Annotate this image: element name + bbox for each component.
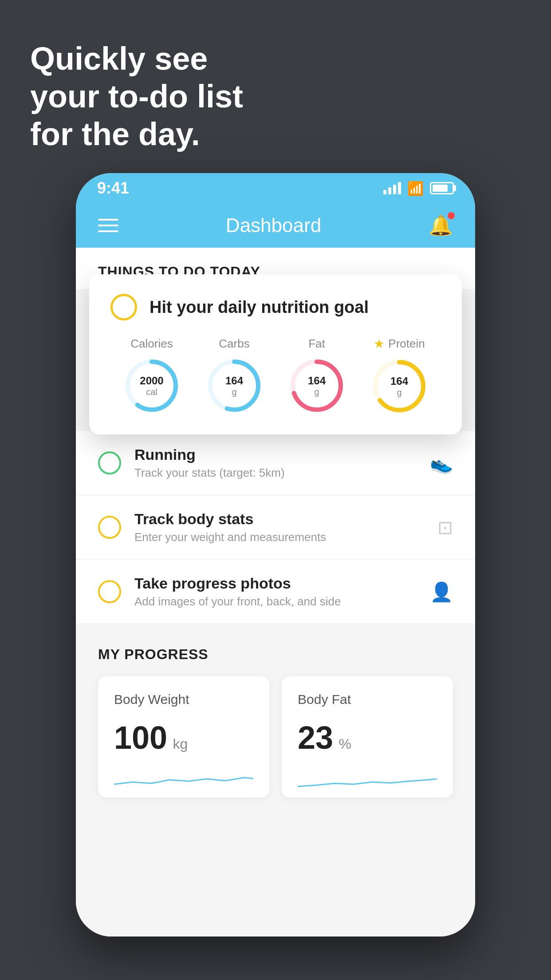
nutrition-check-circle [110, 294, 137, 320]
body-weight-unit: kg [173, 736, 188, 752]
calories-label: Calories [130, 337, 173, 351]
stat-protein: ★ Protein 164g [370, 336, 428, 415]
calories-ring: 2000cal [123, 357, 181, 415]
todo-list: Running Track your stats (target: 5km) 👟… [76, 431, 475, 624]
carbs-ring: 164g [205, 357, 263, 415]
fat-value: 164g [308, 375, 326, 397]
todo-circle-running [98, 451, 121, 474]
running-icon: 👟 [430, 452, 453, 474]
headline: Quickly see your to-do list for the day. [30, 40, 243, 153]
scale-icon: ⊡ [437, 517, 453, 538]
body-fat-value-row: 23 % [298, 719, 437, 756]
progress-section-title: MY PROGRESS [98, 646, 453, 663]
todo-text-body-stats: Track body stats Enter your weight and m… [134, 510, 424, 544]
todo-title-body-stats: Track body stats [134, 510, 424, 528]
headline-line2: your to-do list [30, 78, 243, 115]
progress-section: MY PROGRESS Body Weight 100 kg [76, 646, 475, 798]
status-bar: 9:41 📶 [76, 173, 475, 203]
app-header: Dashboard 🔔 [76, 203, 475, 248]
body-weight-title: Body Weight [114, 692, 253, 707]
protein-value: 164g [390, 375, 408, 398]
nutrition-stats: Calories 2000cal Carbs [110, 336, 441, 415]
headline-line3: for the day. [30, 115, 243, 153]
nutrition-title-row: Hit your daily nutrition goal [110, 294, 441, 320]
todo-text-running: Running Track your stats (target: 5km) [134, 446, 417, 480]
protein-label: ★ Protein [374, 336, 425, 351]
todo-item-body-stats[interactable]: Track body stats Enter your weight and m… [76, 495, 475, 560]
hamburger-line [98, 225, 118, 226]
hamburger-line [98, 230, 118, 232]
body-weight-value-row: 100 kg [114, 719, 253, 756]
stat-calories: Calories 2000cal [123, 337, 181, 415]
person-icon: 👤 [430, 581, 453, 603]
star-icon: ★ [374, 336, 385, 351]
signal-icon [383, 182, 401, 194]
body-fat-value: 23 [298, 720, 333, 755]
todo-subtitle-running: Track your stats (target: 5km) [134, 466, 417, 480]
todo-item-running[interactable]: Running Track your stats (target: 5km) 👟 [76, 431, 475, 495]
body-fat-chart [298, 767, 437, 798]
stat-fat: Fat 164g [288, 337, 346, 415]
fat-ring: 164g [288, 357, 346, 415]
carbs-value: 164g [225, 375, 243, 397]
content-area: THINGS TO DO TODAY Hit your daily nutrit… [76, 248, 475, 937]
progress-cards: Body Weight 100 kg Body Fat 23 [98, 676, 453, 798]
body-weight-value: 100 [114, 720, 167, 755]
todo-subtitle-progress-photos: Add images of your front, back, and side [134, 595, 417, 609]
todo-item-progress-photos[interactable]: Take progress photos Add images of your … [76, 560, 475, 624]
hamburger-line [98, 219, 118, 221]
status-icons: 📶 [383, 181, 454, 196]
fat-label: Fat [308, 337, 325, 351]
stat-carbs: Carbs 164g [205, 337, 263, 415]
body-weight-card[interactable]: Body Weight 100 kg [98, 676, 269, 798]
notification-button[interactable]: 🔔 [429, 214, 453, 237]
battery-icon [430, 182, 454, 194]
headline-line1: Quickly see [30, 40, 243, 78]
todo-circle-body-stats [98, 516, 121, 539]
status-time: 9:41 [97, 179, 129, 198]
todo-circle-progress-photos [98, 580, 121, 603]
page-title: Dashboard [226, 214, 321, 237]
protein-ring: 164g [370, 357, 428, 415]
nutrition-title: Hit your daily nutrition goal [150, 298, 369, 317]
carbs-label: Carbs [219, 337, 249, 351]
menu-button[interactable] [98, 219, 118, 232]
todo-title-progress-photos: Take progress photos [134, 575, 417, 592]
notification-badge [448, 212, 455, 219]
todo-subtitle-body-stats: Enter your weight and measurements [134, 530, 424, 544]
todo-text-progress-photos: Take progress photos Add images of your … [134, 575, 417, 609]
body-weight-chart [114, 767, 253, 798]
wifi-icon: 📶 [407, 181, 424, 196]
body-fat-title: Body Fat [298, 692, 437, 707]
calories-value: 2000cal [140, 375, 163, 397]
body-fat-unit: % [339, 736, 351, 752]
body-fat-card[interactable]: Body Fat 23 % [282, 676, 453, 798]
nutrition-card[interactable]: Hit your daily nutrition goal Calories 2… [89, 274, 462, 435]
phone-frame: 9:41 📶 Dashboard 🔔 TH [76, 173, 475, 937]
todo-title-running: Running [134, 446, 417, 463]
